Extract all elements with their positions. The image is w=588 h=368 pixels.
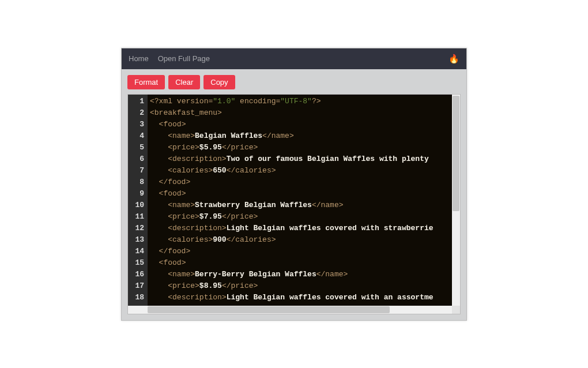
nav-open-full-page[interactable]: Open Full Page — [158, 54, 210, 63]
line-number: 4 — [134, 130, 144, 142]
line-number: 2 — [134, 107, 144, 119]
line-number: 12 — [134, 223, 144, 234]
code-area[interactable]: <?xml version="1.0" encoding="UTF-8"?><b… — [148, 95, 460, 314]
code-line[interactable]: <name>Belgian Waffles</name> — [150, 130, 460, 142]
code-line[interactable]: <?xml version="1.0" encoding="UTF-8"?> — [150, 96, 460, 107]
code-line[interactable]: <description>Light Belgian waffles cover… — [150, 223, 460, 234]
code-line[interactable]: <description>Two of our famous Belgian W… — [150, 153, 460, 165]
code-line[interactable]: <price>$5.95</price> — [150, 142, 460, 153]
line-number: 16 — [134, 269, 144, 280]
copy-button[interactable]: Copy — [203, 75, 235, 89]
line-number: 10 — [134, 200, 144, 211]
code-line[interactable]: </food> — [150, 246, 460, 257]
code-line[interactable]: <name>Strawberry Belgian Waffles</name> — [150, 200, 460, 211]
code-line[interactable]: <name>Berry-Berry Belgian Waffles</name> — [150, 269, 460, 280]
app-window: Home Open Full Page 🔥 Format Clear Copy … — [121, 48, 467, 321]
line-number: 5 — [134, 142, 144, 153]
code-editor[interactable]: 12345678910111213141516171819 <?xml vers… — [128, 95, 460, 314]
line-number: 18 — [134, 292, 144, 303]
code-line[interactable]: <calories>650</calories> — [150, 165, 460, 177]
code-line[interactable]: <food> — [150, 188, 460, 200]
horizontal-scrollbar[interactable] — [128, 306, 460, 314]
line-number: 7 — [134, 165, 144, 177]
line-number: 15 — [134, 257, 144, 269]
code-line[interactable]: <food> — [150, 257, 460, 269]
line-gutter: 12345678910111213141516171819 — [128, 95, 148, 314]
line-number: 17 — [134, 280, 144, 292]
vertical-scrollbar[interactable] — [452, 95, 460, 306]
topbar-links: Home Open Full Page — [129, 54, 210, 63]
line-number: 1 — [134, 96, 144, 107]
code-line[interactable]: <price>$7.95</price> — [150, 211, 460, 223]
editor-container: 12345678910111213141516171819 <?xml vers… — [127, 94, 461, 314]
scroll-corner — [452, 306, 460, 314]
horizontal-scroll-thumb[interactable] — [148, 306, 390, 313]
format-button[interactable]: Format — [127, 75, 165, 89]
line-number: 6 — [134, 153, 144, 165]
line-number: 3 — [134, 119, 144, 130]
line-number: 14 — [134, 246, 144, 257]
line-number: 8 — [134, 177, 144, 188]
code-line[interactable]: </food> — [150, 177, 460, 188]
line-number: 9 — [134, 188, 144, 200]
vertical-scroll-thumb[interactable] — [453, 96, 459, 211]
code-line[interactable]: <price>$8.95</price> — [150, 280, 460, 292]
fire-icon[interactable]: 🔥 — [448, 54, 459, 64]
toolbar: Format Clear Copy — [122, 69, 466, 94]
nav-home[interactable]: Home — [129, 54, 149, 63]
line-number: 11 — [134, 211, 144, 223]
topbar: Home Open Full Page 🔥 — [122, 48, 466, 69]
code-line[interactable]: <food> — [150, 119, 460, 130]
clear-button[interactable]: Clear — [168, 75, 200, 89]
code-line[interactable]: <breakfast_menu> — [150, 107, 460, 119]
code-line[interactable]: <calories>900</calories> — [150, 234, 460, 246]
line-number: 13 — [134, 234, 144, 246]
code-line[interactable]: <description>Light Belgian waffles cover… — [150, 292, 460, 303]
